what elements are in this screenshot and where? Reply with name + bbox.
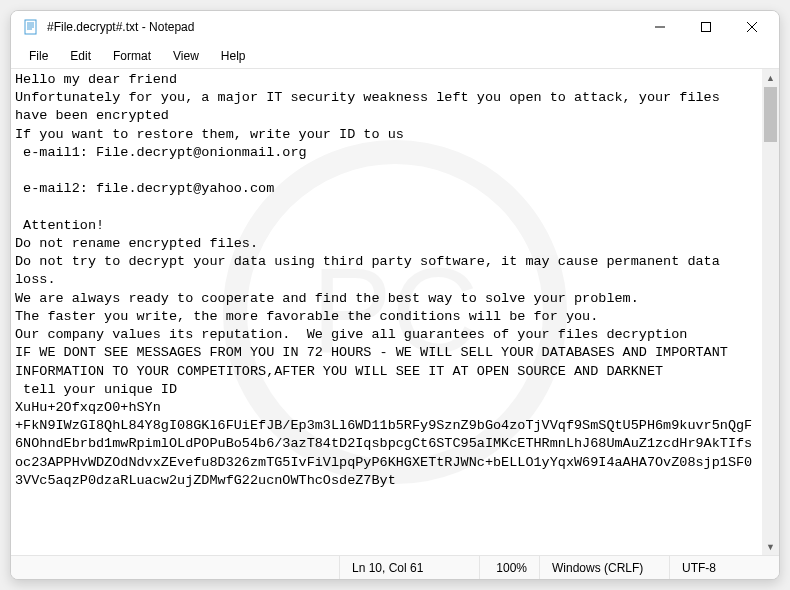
scrollbar-up-icon[interactable]: ▲: [762, 69, 779, 86]
menu-format[interactable]: Format: [103, 45, 161, 67]
menu-file[interactable]: File: [19, 45, 58, 67]
minimize-icon: [655, 22, 665, 32]
notepad-icon: [23, 19, 39, 35]
maximize-button[interactable]: [683, 11, 729, 43]
svg-rect-6: [702, 23, 711, 32]
titlebar[interactable]: #File.decrypt#.txt - Notepad: [11, 11, 779, 43]
status-zoom: 100%: [479, 556, 539, 579]
window-controls: [637, 11, 775, 43]
scrollbar-down-icon[interactable]: ▼: [762, 538, 779, 555]
status-encoding: UTF-8: [669, 556, 779, 579]
menu-help[interactable]: Help: [211, 45, 256, 67]
statusbar: Ln 10, Col 61 100% Windows (CRLF) UTF-8: [11, 555, 779, 579]
menu-edit[interactable]: Edit: [60, 45, 101, 67]
status-spacer: [11, 556, 339, 579]
menu-view[interactable]: View: [163, 45, 209, 67]
text-editor[interactable]: [11, 69, 762, 555]
vertical-scrollbar[interactable]: ▲ ▼: [762, 69, 779, 555]
content-area: ▲ ▼ PC: [11, 69, 779, 555]
status-lineending: Windows (CRLF): [539, 556, 669, 579]
scrollbar-thumb[interactable]: [764, 87, 777, 142]
minimize-button[interactable]: [637, 11, 683, 43]
close-button[interactable]: [729, 11, 775, 43]
maximize-icon: [701, 22, 711, 32]
notepad-window: #File.decrypt#.txt - Notepad File Edit F…: [10, 10, 780, 580]
menubar: File Edit Format View Help: [11, 43, 779, 69]
status-position: Ln 10, Col 61: [339, 556, 479, 579]
close-icon: [747, 22, 757, 32]
window-title: #File.decrypt#.txt - Notepad: [47, 20, 194, 34]
